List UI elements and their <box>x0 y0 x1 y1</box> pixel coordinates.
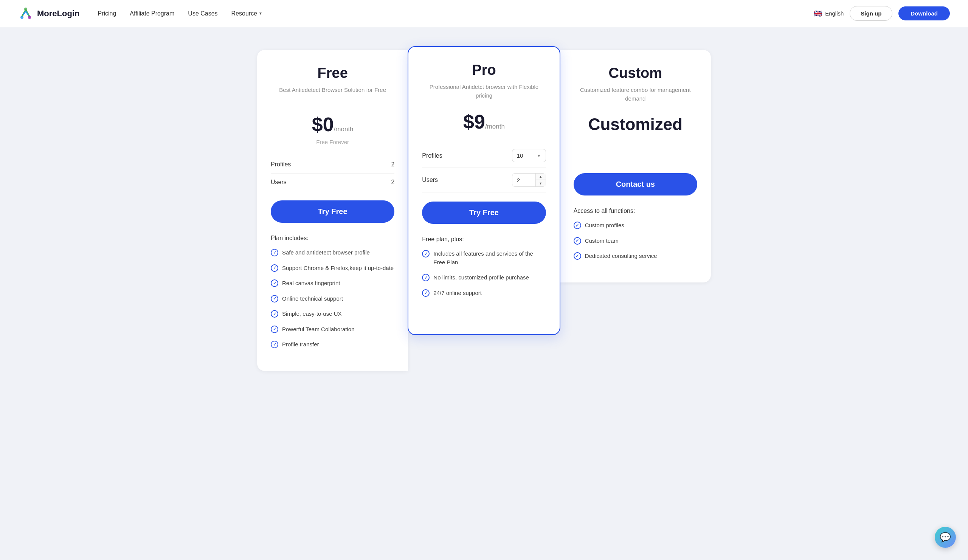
download-button[interactable]: Download <box>898 7 950 20</box>
pro-feature-2: No limits, customized profile purchase <box>422 273 545 282</box>
pro-users-value: 2 <box>512 174 535 186</box>
chat-bubble[interactable]: 💬 <box>935 527 956 548</box>
custom-feature-1-text: Custom profiles <box>585 221 624 230</box>
free-feature-2-text: Support Chrome & Firefox,keep it up-to-d… <box>282 264 394 273</box>
check-icon <box>271 249 278 256</box>
svg-point-0 <box>24 8 27 11</box>
free-feature-7-text: Profile transfer <box>282 340 319 349</box>
logo-link[interactable]: MoreLogin <box>18 6 80 21</box>
navbar: MoreLogin Pricing Affiliate Program Use … <box>0 0 968 27</box>
custom-features-heading: Access to all functions: <box>574 207 697 214</box>
logo-icon <box>18 6 33 21</box>
custom-feature-2-text: Custom team <box>585 237 618 245</box>
free-card-subtitle: Best Antiedetect Browser Solution for Fr… <box>271 86 394 103</box>
nav-affiliate[interactable]: Affiliate Program <box>130 10 174 17</box>
pro-profiles-value: 10 <box>517 152 523 159</box>
free-price-display: $0/month <box>271 113 394 136</box>
free-features-heading: Plan includes: <box>271 235 394 242</box>
free-users-row: Users 2 <box>271 174 394 191</box>
free-profiles-value: 2 <box>391 161 394 168</box>
stepper-down-button[interactable]: ▼ <box>536 180 545 186</box>
free-feature-4: Online technical support <box>271 295 394 303</box>
custom-feature-2: Custom team <box>574 237 697 245</box>
free-feature-2: Support Chrome & Firefox,keep it up-to-d… <box>271 264 394 273</box>
free-price-amount: $0 <box>312 113 334 135</box>
free-profiles-label: Profiles <box>271 161 291 168</box>
pro-price-amount: $9 <box>463 111 485 133</box>
nav-pricing[interactable]: Pricing <box>98 10 116 17</box>
flag-icon: 🇬🇧 <box>814 10 822 18</box>
free-feature-4-text: Online technical support <box>282 295 343 303</box>
pro-feature-3: 24/7 online support <box>422 289 545 298</box>
free-cta-button[interactable]: Try Free <box>271 200 394 223</box>
check-icon <box>271 280 278 287</box>
free-feature-7: Profile transfer <box>271 340 394 349</box>
pro-users-label: Users <box>422 177 438 183</box>
pricing-cards: Free Best Antiedetect Browser Solution f… <box>257 50 711 371</box>
check-icon <box>271 264 278 272</box>
pricing-section: Free Best Antiedetect Browser Solution f… <box>0 27 968 560</box>
free-feature-3: Real canvas fingerprint <box>271 279 394 288</box>
pro-card-subtitle: Professional Antidetct browser with Flex… <box>422 83 545 100</box>
pro-price-display: $9/month <box>422 110 545 133</box>
pro-profiles-dropdown[interactable]: 10 ▼ <box>512 149 546 162</box>
custom-card-title: Custom <box>574 65 697 81</box>
navbar-right: 🇬🇧 English Sign up Download <box>814 6 950 21</box>
pricing-card-custom: Custom Customized feature combo for mana… <box>560 50 711 282</box>
language-label: English <box>825 10 844 17</box>
signup-button[interactable]: Sign up <box>850 6 892 21</box>
chevron-down-icon: ▼ <box>259 12 262 15</box>
logo-text: MoreLogin <box>37 9 80 18</box>
free-users-value: 2 <box>391 179 394 186</box>
pro-profiles-row: Profiles 10 ▼ <box>422 144 545 168</box>
free-users-label: Users <box>271 179 287 186</box>
custom-feature-1: Custom profiles <box>574 221 697 230</box>
custom-cta-button[interactable]: Contact us <box>574 173 697 196</box>
pro-features-heading: Free plan, plus: <box>422 236 545 243</box>
custom-feature-3: Dedicated consulting service <box>574 252 697 260</box>
free-feature-1: Safe and antidetect browser profile <box>271 249 394 257</box>
free-feature-6: Powerful Team Collaboration <box>271 325 394 334</box>
pro-feature-1-text: Includes all features and services of th… <box>433 250 545 267</box>
check-icon <box>574 252 581 260</box>
free-feature-1-text: Safe and antidetect browser profile <box>282 249 370 257</box>
pro-users-row: Users 2 ▲ ▼ <box>422 168 545 192</box>
check-icon <box>271 295 278 303</box>
pro-price-period: /month <box>485 123 505 130</box>
pro-card-title: Pro <box>422 62 545 78</box>
custom-card-subtitle: Customized feature combo for management … <box>574 86 697 103</box>
free-feature-5: Simple, easy-to-use UX <box>271 310 394 318</box>
pro-cta-button[interactable]: Try Free <box>422 202 545 224</box>
svg-point-2 <box>28 16 31 19</box>
pro-users-stepper: 2 ▲ ▼ <box>512 173 546 187</box>
nav-resource[interactable]: Resource ▼ <box>231 10 262 17</box>
stepper-controls: ▲ ▼ <box>535 174 545 186</box>
check-icon <box>422 274 429 281</box>
nav-links: Pricing Affiliate Program Use Cases Reso… <box>98 10 814 17</box>
check-icon <box>271 341 278 348</box>
check-icon <box>422 250 429 257</box>
pro-feature-1: Includes all features and services of th… <box>422 250 545 267</box>
free-profiles-row: Profiles 2 <box>271 156 394 174</box>
check-icon <box>422 289 429 297</box>
dropdown-chevron-icon: ▼ <box>537 154 541 158</box>
stepper-up-button[interactable]: ▲ <box>536 174 545 180</box>
pro-feature-3-text: 24/7 online support <box>433 289 482 298</box>
chat-icon: 💬 <box>940 532 951 543</box>
nav-usecases[interactable]: Use Cases <box>188 10 217 17</box>
free-card-title: Free <box>271 65 394 81</box>
free-price-period: /month <box>334 126 353 133</box>
custom-price-label: Customized <box>574 115 697 134</box>
language-selector[interactable]: 🇬🇧 English <box>814 10 844 18</box>
check-icon <box>271 310 278 318</box>
check-icon <box>574 222 581 229</box>
pricing-card-pro: Pro Professional Antidetct browser with … <box>408 46 560 335</box>
check-icon <box>271 326 278 333</box>
free-feature-3-text: Real canvas fingerprint <box>282 279 340 288</box>
check-icon <box>574 237 581 245</box>
custom-feature-3-text: Dedicated consulting service <box>585 252 657 260</box>
pro-feature-2-text: No limits, customized profile purchase <box>433 273 529 282</box>
pricing-card-free: Free Best Antiedetect Browser Solution f… <box>257 50 408 371</box>
free-feature-6-text: Powerful Team Collaboration <box>282 325 355 334</box>
free-feature-5-text: Simple, easy-to-use UX <box>282 310 342 318</box>
